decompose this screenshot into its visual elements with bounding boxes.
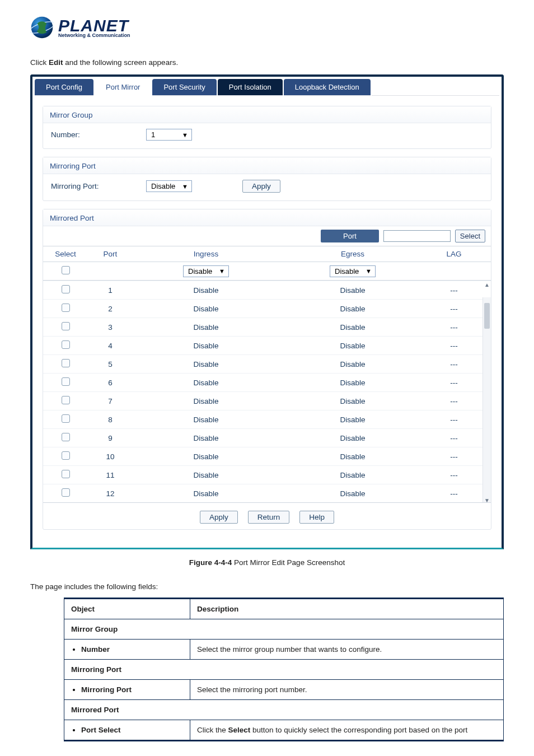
tab-port-isolation[interactable]: Port Isolation: [218, 79, 283, 96]
chevron-down-icon: ▼: [219, 268, 225, 274]
cell-ingress: Disable: [133, 452, 279, 461]
cell-egress: Disable: [279, 489, 426, 498]
return-button[interactable]: Return: [248, 511, 290, 524]
table-row: 1DisableDisable---: [43, 281, 491, 299]
select-all-checkbox[interactable]: [62, 266, 70, 274]
cell-ingress: Disable: [133, 397, 279, 405]
col-select: Select: [43, 250, 88, 258]
help-button[interactable]: Help: [299, 511, 334, 524]
table-row: 6DisableDisable---: [43, 373, 491, 391]
fields-table: Object Description Mirror GroupNumberSel…: [64, 598, 504, 741]
fields-object: Port Select: [64, 720, 190, 741]
table-row: 10DisableDisable---: [43, 447, 491, 465]
tab-port-security[interactable]: Port Security: [152, 79, 216, 96]
row-checkbox[interactable]: [62, 470, 70, 478]
scroll-thumb[interactable]: [484, 303, 490, 329]
cell-port: 1: [88, 286, 133, 295]
row-checkbox[interactable]: [62, 414, 70, 423]
table-row: 5DisableDisable---: [43, 354, 491, 373]
cell-ingress: Disable: [133, 416, 279, 424]
cell-ingress: Disable: [133, 434, 279, 442]
screenshot-panel: Port ConfigPort MirrorPort SecurityPort …: [30, 74, 504, 549]
fields-object: Number: [64, 640, 190, 660]
cell-lag: ---: [426, 452, 482, 461]
number-select[interactable]: 1 ▼: [146, 129, 192, 141]
cell-lag: ---: [426, 379, 482, 387]
cell-egress: Disable: [279, 342, 426, 350]
cell-port: 10: [88, 452, 133, 461]
row-checkbox[interactable]: [62, 377, 70, 386]
row-checkbox[interactable]: [62, 285, 70, 293]
cell-ingress: Disable: [133, 323, 279, 332]
mirrored-port-table: Select Port Ingress Egress LAG Disable: [43, 246, 491, 503]
col-ingress: Ingress: [133, 250, 279, 258]
port-search-input[interactable]: [383, 230, 451, 242]
port-search-label: Port: [321, 230, 379, 242]
fields-head-desc: Description: [190, 599, 504, 619]
cell-egress: Disable: [279, 379, 426, 387]
table-row: 12DisableDisable---: [43, 484, 491, 502]
cell-port: 5: [88, 360, 133, 368]
row-checkbox[interactable]: [62, 304, 70, 312]
cell-port: 4: [88, 342, 133, 350]
cell-egress: Disable: [279, 452, 426, 461]
cell-ingress: Disable: [133, 471, 279, 479]
apply-button[interactable]: Apply: [242, 180, 280, 193]
mirroring-port-section: Mirroring Port Mirroring Port: Disable ▼…: [43, 157, 491, 201]
fields-description: Select the mirroring port number.: [190, 680, 504, 700]
cell-port: 11: [88, 471, 133, 479]
mirroring-port-select[interactable]: Disable ▼: [146, 180, 192, 192]
fields-section-title: Mirror Group: [64, 619, 504, 640]
mirroring-port-label: Mirroring Port:: [51, 182, 135, 190]
instruction-text: Click Edit and the following screen appe…: [30, 58, 504, 67]
cell-ingress: Disable: [133, 286, 279, 295]
cell-lag: ---: [426, 342, 482, 350]
scroll-up-icon: ▲: [483, 282, 491, 288]
row-checkbox[interactable]: [62, 340, 70, 349]
mirrored-port-title: Mirrored Port: [43, 209, 491, 226]
tab-port-config[interactable]: Port Config: [35, 79, 93, 96]
cell-egress: Disable: [279, 471, 426, 479]
fields-section-title: Mirroring Port: [64, 660, 504, 680]
cell-egress: Disable: [279, 416, 426, 424]
col-egress: Egress: [279, 250, 426, 258]
row-checkbox[interactable]: [62, 451, 70, 460]
cell-port: 2: [88, 305, 133, 313]
row-checkbox[interactable]: [62, 488, 70, 497]
fields-description: Select the mirror group number that want…: [190, 640, 504, 660]
cell-ingress: Disable: [133, 360, 279, 368]
table-row: 8DisableDisable---: [43, 410, 491, 428]
row-checkbox[interactable]: [62, 433, 70, 441]
select-button[interactable]: Select: [455, 230, 485, 242]
planet-globe-icon: [30, 16, 54, 39]
number-label: Number:: [51, 130, 135, 139]
table-row: 4DisableDisable---: [43, 336, 491, 354]
cell-egress: Disable: [279, 305, 426, 313]
cell-egress: Disable: [279, 286, 426, 295]
cell-lag: ---: [426, 471, 482, 479]
egress-filter-select[interactable]: Disable ▼: [330, 265, 376, 277]
cell-lag: ---: [426, 416, 482, 424]
cell-port: 8: [88, 416, 133, 424]
cell-port: 9: [88, 434, 133, 442]
ingress-filter-select[interactable]: Disable ▼: [183, 265, 229, 277]
cell-port: 7: [88, 397, 133, 405]
chevron-down-icon: ▼: [182, 132, 188, 138]
chevron-down-icon: ▼: [182, 183, 188, 190]
cell-egress: Disable: [279, 360, 426, 368]
tab-loopback-detection[interactable]: Loopback Detection: [284, 79, 371, 96]
row-checkbox[interactable]: [62, 396, 70, 404]
cell-lag: ---: [426, 323, 482, 332]
fields-section-title: Mirrored Port: [64, 700, 504, 720]
mirror-group-title: Mirror Group: [43, 106, 491, 123]
row-checkbox[interactable]: [62, 322, 70, 330]
cell-egress: Disable: [279, 397, 426, 405]
table-scrollbar[interactable]: ▲ ▼: [483, 297, 491, 502]
logo-wordmark: PLANET: [58, 17, 130, 34]
tab-port-mirror[interactable]: Port Mirror: [95, 79, 151, 96]
row-checkbox[interactable]: [62, 359, 70, 367]
apply-button[interactable]: Apply: [200, 511, 238, 524]
cell-ingress: Disable: [133, 489, 279, 498]
col-lag: LAG: [426, 250, 482, 258]
table-row: 11DisableDisable---: [43, 465, 491, 484]
